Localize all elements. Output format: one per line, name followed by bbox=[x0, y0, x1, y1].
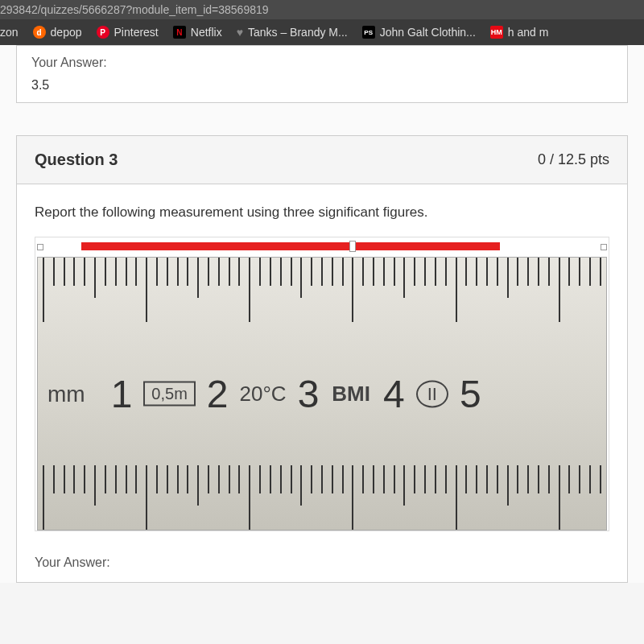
ruler-graphic: mm 1 0,5m 2 20°C 3 BMI 4 II 5 bbox=[37, 257, 607, 530]
ruler-4: 4 bbox=[383, 372, 405, 416]
your-answer-label: Your Answer: bbox=[35, 555, 609, 570]
selection-handle-left[interactable] bbox=[37, 244, 43, 250]
bookmark-netflix[interactable]: N Netflix bbox=[173, 26, 222, 39]
bookmark-label: John Galt Clothin... bbox=[380, 26, 476, 39]
ruler-oval: II bbox=[416, 380, 448, 407]
ruler-unit: mm bbox=[47, 381, 85, 407]
question-body: Report the following measurement using t… bbox=[16, 184, 628, 583]
ruler-box: 0,5m bbox=[143, 382, 195, 407]
ruler-ticks-bottom bbox=[38, 465, 606, 530]
address-bar[interactable]: 293842/quizzes/5666287?module_item_id=38… bbox=[0, 0, 644, 19]
bookmark-label: h and m bbox=[508, 26, 549, 39]
selection-handle-right[interactable] bbox=[601, 244, 607, 250]
bookmark-hm[interactable]: HM h and m bbox=[490, 26, 549, 39]
ruler-1: 1 bbox=[111, 372, 133, 416]
bookmark-label: zon bbox=[0, 26, 19, 39]
ruler-markings: mm 1 0,5m 2 20°C 3 BMI 4 II 5 bbox=[38, 372, 606, 416]
ruler-temp: 20°C bbox=[240, 382, 287, 407]
selection-handle-mid[interactable] bbox=[349, 241, 356, 252]
bookmark-depop[interactable]: d depop bbox=[33, 26, 82, 39]
ruler-5: 5 bbox=[460, 372, 481, 416]
measurement-bar bbox=[81, 242, 500, 250]
hm-icon: HM bbox=[490, 26, 503, 39]
pinterest-icon: P bbox=[97, 26, 109, 39]
bookmark-pinterest[interactable]: P Pinterest bbox=[97, 26, 159, 39]
previous-answer-box: Your Answer: 3.5 bbox=[16, 45, 628, 103]
ps-icon: PS bbox=[362, 26, 375, 39]
question-header: Question 3 0 / 12.5 pts bbox=[16, 135, 628, 184]
bookmark-johngalt[interactable]: PS John Galt Clothin... bbox=[362, 26, 476, 39]
bookmark-amazon[interactable]: zon bbox=[0, 26, 19, 39]
answer-value: 3.5 bbox=[31, 78, 613, 93]
question-points: 0 / 12.5 pts bbox=[538, 151, 609, 168]
measurement-image[interactable]: mm 1 0,5m 2 20°C 3 BMI 4 II 5 bbox=[35, 237, 609, 531]
netflix-icon: N bbox=[173, 26, 186, 39]
bookmark-label: Tanks – Brandy M... bbox=[248, 26, 348, 39]
answer-label: Your Answer: bbox=[31, 56, 613, 70]
heart-icon: ♥ bbox=[237, 26, 243, 39]
bookmark-tanks[interactable]: ♥ Tanks – Brandy M... bbox=[237, 26, 348, 39]
question-title: Question 3 bbox=[35, 151, 118, 169]
depop-icon: d bbox=[33, 26, 46, 39]
ruler-ticks-top bbox=[38, 258, 606, 322]
question-prompt: Report the following measurement using t… bbox=[35, 204, 609, 221]
bookmark-label: Netflix bbox=[191, 26, 222, 39]
bookmark-label: depop bbox=[51, 26, 82, 39]
bookmark-label: Pinterest bbox=[114, 26, 159, 39]
url-text: 293842/quizzes/5666287?module_item_id=38… bbox=[0, 3, 269, 16]
quiz-content: Your Answer: 3.5 Question 3 0 / 12.5 pts… bbox=[0, 45, 644, 583]
ruler-bmi: BMI bbox=[332, 382, 370, 407]
bookmarks-bar: zon d depop P Pinterest N Netflix ♥ Tank… bbox=[0, 19, 644, 45]
ruler-3: 3 bbox=[298, 372, 320, 416]
ruler-2: 2 bbox=[207, 372, 229, 416]
